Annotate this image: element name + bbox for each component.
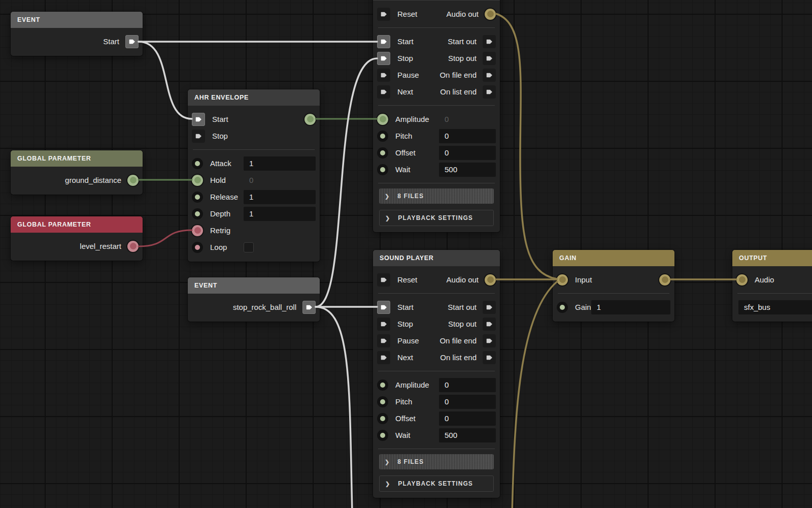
- value-field[interactable]: 0: [439, 395, 496, 409]
- node-header[interactable]: GAIN: [553, 250, 674, 266]
- node-sound-player-1[interactable]: SOUND PLAYERResetAudio outStartStart out…: [373, 0, 500, 232]
- node-ahr-envelope[interactable]: AHR ENVELOPEStartStopAttack1Hold0Release…: [188, 89, 320, 262]
- output-label: Start: [103, 37, 119, 46]
- output-trigger-port-icon[interactable]: [483, 334, 496, 347]
- input-trigger-port-icon[interactable]: [377, 334, 390, 347]
- node-header[interactable]: GLOBAL PARAMETER: [11, 150, 143, 167]
- node-global-parameter-ground[interactable]: GLOBAL PARAMETERground_distance: [11, 150, 143, 195]
- output-green-port-icon[interactable]: [304, 114, 316, 125]
- value-field[interactable]: 1: [244, 156, 316, 171]
- node-header[interactable]: AHR ENVELOPE: [188, 89, 320, 106]
- output-trigger-port-icon[interactable]: [483, 351, 496, 364]
- param-green-port-icon[interactable]: [377, 164, 388, 175]
- bus-name-field[interactable]: sfx_bus: [738, 300, 812, 314]
- loop-checkbox[interactable]: [244, 242, 254, 252]
- output-gold-port-icon[interactable]: [485, 9, 496, 20]
- value-field[interactable]: 0: [439, 411, 496, 426]
- param-green-port-icon[interactable]: [192, 192, 203, 203]
- input-trigger-port-icon[interactable]: [192, 113, 205, 126]
- value-field[interactable]: 0: [439, 129, 496, 143]
- param-green-port-icon[interactable]: [377, 131, 388, 142]
- input-trigger-port-icon[interactable]: [192, 130, 205, 143]
- input-trigger-port-icon[interactable]: [377, 85, 390, 99]
- param-green-port-icon[interactable]: [377, 413, 388, 424]
- node-global-parameter-level[interactable]: GLOBAL PARAMETERlevel_restart: [11, 216, 143, 261]
- collapse-section-settings[interactable]: ❯PLAYBACK SETTINGS: [379, 475, 494, 492]
- output-trigger-port-icon[interactable]: [125, 35, 139, 48]
- value-field[interactable]: 1: [591, 300, 670, 314]
- param-green-port-icon[interactable]: [377, 147, 388, 158]
- output-trigger-port-icon[interactable]: [483, 85, 496, 99]
- divider: [193, 149, 315, 150]
- node-row: Pitch0: [373, 393, 500, 410]
- node-row: StopStop out: [373, 315, 500, 332]
- node-header[interactable]: OUTPUT: [732, 250, 812, 266]
- param-green-port-icon[interactable]: [192, 175, 203, 186]
- output-trigger-port-icon[interactable]: [483, 69, 496, 82]
- node-row: Offset0: [373, 144, 500, 161]
- row-right: On file end: [439, 69, 496, 82]
- node-event-stop-rock-ball-roll[interactable]: EVENTstop_rock_ball_roll: [188, 277, 320, 322]
- input-trigger-port-icon[interactable]: [377, 351, 390, 364]
- collapse-section-files[interactable]: ❯8 FILES: [379, 188, 494, 204]
- input-trigger-port-icon[interactable]: [377, 8, 390, 21]
- param-red-port-icon[interactable]: [192, 225, 203, 236]
- node-header[interactable]: SOUND PLAYER: [373, 250, 500, 266]
- param-green-port-icon[interactable]: [377, 114, 388, 125]
- output-red-port-icon[interactable]: [127, 241, 139, 252]
- value-field[interactable]: 0: [439, 378, 496, 392]
- input-gold-port-icon[interactable]: [557, 274, 568, 285]
- collapse-section-files[interactable]: ❯8 FILES: [379, 454, 494, 469]
- input-trigger-port-icon[interactable]: [377, 318, 390, 331]
- node-header[interactable]: GLOBAL PARAMETER: [11, 216, 143, 233]
- input-label: Start: [397, 303, 414, 311]
- input-trigger-port-icon[interactable]: [377, 69, 390, 82]
- param-red-port-icon[interactable]: [192, 242, 203, 253]
- param-green-port-icon[interactable]: [192, 208, 203, 219]
- row-right: Audio out: [447, 274, 496, 285]
- node-header[interactable]: EVENT: [11, 12, 143, 28]
- chevron-right-icon: ❯: [385, 481, 390, 487]
- input-trigger-port-icon[interactable]: [377, 301, 390, 314]
- node-row: Wait500: [373, 161, 500, 178]
- node-graph-canvas[interactable]: EVENTStartGLOBAL PARAMETERground_distanc…: [0, 0, 812, 508]
- output-gold-port-icon[interactable]: [485, 274, 496, 285]
- param-label: Gain: [575, 303, 591, 311]
- node-output[interactable]: OUTPUTAudiosfx_bus: [732, 250, 812, 322]
- output-green-port-icon[interactable]: [127, 175, 139, 186]
- param-green-port-icon[interactable]: [377, 430, 388, 441]
- input-trigger-port-icon[interactable]: [377, 35, 390, 48]
- output-label: Audio out: [447, 275, 479, 284]
- value-field[interactable]: 0: [439, 146, 496, 160]
- param-label: Pitch: [395, 132, 412, 140]
- param-green-port-icon[interactable]: [557, 302, 568, 313]
- param-green-port-icon[interactable]: [192, 158, 203, 169]
- output-trigger-port-icon[interactable]: [483, 301, 496, 314]
- input-trigger-port-icon[interactable]: [377, 52, 390, 65]
- node-body: Start: [11, 28, 143, 56]
- row-right: [304, 114, 316, 125]
- chevron-right-icon: ❯: [385, 215, 390, 221]
- divider: [378, 183, 495, 183]
- output-trigger-port-icon[interactable]: [483, 318, 496, 331]
- param-label: Hold: [210, 176, 226, 184]
- node-header[interactable]: EVENT: [188, 277, 320, 294]
- value-field[interactable]: 500: [439, 163, 496, 177]
- output-trigger-port-icon[interactable]: [302, 301, 316, 314]
- node-title: GLOBAL PARAMETER: [17, 155, 91, 162]
- input-trigger-port-icon[interactable]: [377, 273, 390, 287]
- node-sound-player-2[interactable]: SOUND PLAYERResetAudio outStartStart out…: [373, 250, 500, 498]
- value-field[interactable]: 1: [244, 207, 316, 221]
- node-event-start[interactable]: EVENTStart: [11, 12, 143, 56]
- collapse-section-settings[interactable]: ❯PLAYBACK SETTINGS: [379, 210, 494, 226]
- value-field[interactable]: 500: [439, 428, 496, 442]
- param-green-port-icon[interactable]: [377, 379, 388, 391]
- input-gold-port-icon[interactable]: [736, 274, 748, 285]
- output-gold-port-icon[interactable]: [659, 274, 670, 285]
- node-gain[interactable]: GAINInputGain1: [553, 250, 674, 322]
- param-green-port-icon[interactable]: [377, 396, 388, 407]
- output-trigger-port-icon[interactable]: [483, 35, 496, 48]
- output-trigger-port-icon[interactable]: [483, 52, 496, 65]
- bus-field-row: sfx_bus: [738, 299, 812, 315]
- value-field[interactable]: 1: [244, 190, 316, 204]
